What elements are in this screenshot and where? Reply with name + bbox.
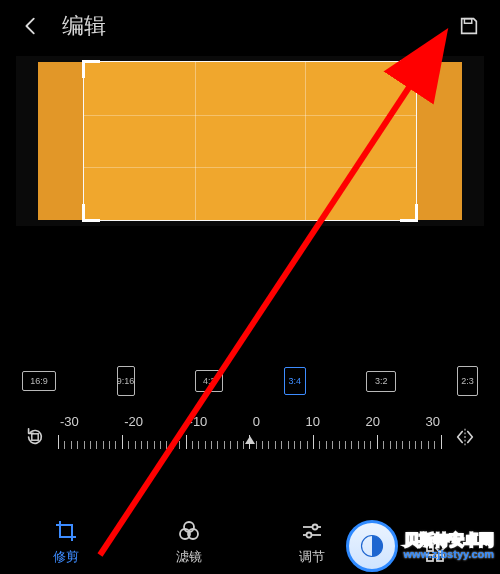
bottom-tab[interactable]: 调节 — [299, 518, 325, 566]
ratio-icon: 3:4 — [284, 367, 306, 395]
ruler-tick — [205, 441, 206, 449]
ruler-tick — [390, 441, 391, 449]
ruler-tick — [103, 441, 104, 449]
ruler-tick — [268, 441, 269, 449]
ruler-tick — [351, 441, 352, 449]
tab-label: 滤镜 — [176, 548, 202, 566]
bottom-tab[interactable]: 修剪 — [53, 518, 79, 566]
aspect-ratio-option[interactable]: 3:2 — [366, 371, 396, 392]
ruler-label: -30 — [60, 414, 79, 429]
ruler-label: 30 — [425, 414, 439, 429]
ruler-tick — [109, 441, 110, 449]
svg-rect-2 — [32, 434, 38, 440]
crop-rectangle[interactable] — [84, 62, 416, 220]
svg-rect-1 — [464, 27, 473, 33]
rotate-button[interactable] — [20, 422, 50, 452]
ruler-tick — [192, 441, 193, 449]
watermark-title: 贝斯特安卓网 — [404, 532, 494, 549]
crop-handle-tl[interactable] — [82, 60, 100, 78]
tab-label: 修剪 — [53, 548, 79, 566]
adjust-icon — [299, 518, 325, 544]
grid-line — [84, 115, 416, 116]
ruler-tick — [256, 441, 257, 449]
aspect-ratio-option[interactable]: 2:3 — [457, 366, 478, 396]
ruler-tick — [275, 441, 276, 449]
ruler-tick — [409, 441, 410, 449]
ruler-tick — [396, 441, 397, 449]
ruler-label: 0 — [253, 414, 260, 429]
ruler-tick — [307, 441, 308, 449]
ratio-icon: 3:2 — [366, 371, 396, 392]
ratio-icon: 16:9 — [22, 371, 56, 391]
ruler-tick — [415, 441, 416, 449]
ruler-tick — [428, 441, 429, 449]
watermark-badge-icon — [346, 520, 398, 572]
save-button[interactable] — [454, 11, 484, 41]
watermark: 贝斯特安卓网 www.zjbstyy.com — [346, 520, 494, 572]
ruler-tick — [288, 441, 289, 449]
ruler-tick — [441, 435, 442, 449]
ratio-icon: 2:3 — [457, 366, 478, 396]
ruler-tick — [383, 441, 384, 449]
svg-rect-0 — [464, 19, 471, 24]
ratio-label: 3:2 — [375, 376, 388, 386]
ruler-tick — [370, 441, 371, 449]
ruler-tick — [90, 441, 91, 449]
aspect-ratio-option[interactable]: 3:4 — [284, 367, 306, 395]
back-button[interactable] — [16, 11, 46, 41]
ruler-tick — [77, 441, 78, 449]
ruler-tick — [339, 441, 340, 449]
crop-handle-bl[interactable] — [82, 204, 100, 222]
ratio-label: 3:4 — [289, 376, 302, 386]
ruler-tick — [313, 435, 314, 449]
ruler-tick — [211, 441, 212, 449]
ruler-tick — [160, 441, 161, 449]
ruler-label: 20 — [366, 414, 380, 429]
header: 编辑 — [0, 0, 500, 52]
ruler-tick — [402, 441, 403, 449]
ruler-tick — [358, 441, 359, 449]
ratio-label: 16:9 — [30, 376, 48, 386]
ruler-tick — [166, 441, 167, 449]
ruler-tick — [64, 441, 65, 449]
ruler-tick — [147, 441, 148, 449]
crop-preview[interactable] — [16, 56, 484, 226]
crop-handle-tr[interactable] — [400, 60, 418, 78]
ratio-icon: 4:3 — [195, 370, 223, 392]
ruler-tick — [294, 441, 295, 449]
bottom-tab[interactable]: 滤镜 — [176, 518, 202, 566]
grid-line — [305, 62, 306, 220]
ruler-tick — [84, 441, 85, 449]
ratio-icon: 9:16 — [117, 366, 135, 396]
angle-ruler[interactable]: -30-20-100102030 — [58, 414, 442, 460]
ruler-tick — [421, 441, 422, 449]
aspect-ratio-option[interactable]: 16:9 — [22, 371, 56, 391]
ratio-label: 4:3 — [203, 376, 216, 386]
svg-point-7 — [312, 525, 317, 530]
ruler-tick — [122, 435, 123, 449]
aspect-ratio-option[interactable]: 9:16 — [117, 366, 135, 396]
ruler-tick — [300, 441, 301, 449]
ruler-center-marker — [245, 436, 255, 444]
aspect-ratio-option[interactable]: 4:3 — [195, 370, 223, 392]
ruler-tick — [198, 441, 199, 449]
ruler-label: -20 — [124, 414, 143, 429]
ruler-tick — [281, 441, 282, 449]
ruler-labels: -30-20-100102030 — [58, 414, 442, 429]
flip-button[interactable] — [450, 422, 480, 452]
ruler-tick — [71, 441, 72, 449]
ruler-tick — [230, 441, 231, 449]
ruler-tick — [326, 441, 327, 449]
aspect-ratio-row: 16:99:164:33:43:22:3 — [0, 366, 500, 396]
page-title: 编辑 — [62, 11, 106, 41]
watermark-url: www.zjbstyy.com — [404, 548, 494, 560]
ruler-tick — [115, 441, 116, 449]
ruler-label: -10 — [189, 414, 208, 429]
ruler-tick — [434, 441, 435, 449]
ruler-tick — [135, 441, 136, 449]
crop-handle-br[interactable] — [400, 204, 418, 222]
ruler-tick — [173, 441, 174, 449]
angle-area: -30-20-100102030 — [0, 414, 500, 460]
ruler-tick — [141, 441, 142, 449]
ruler-tick — [217, 441, 218, 449]
